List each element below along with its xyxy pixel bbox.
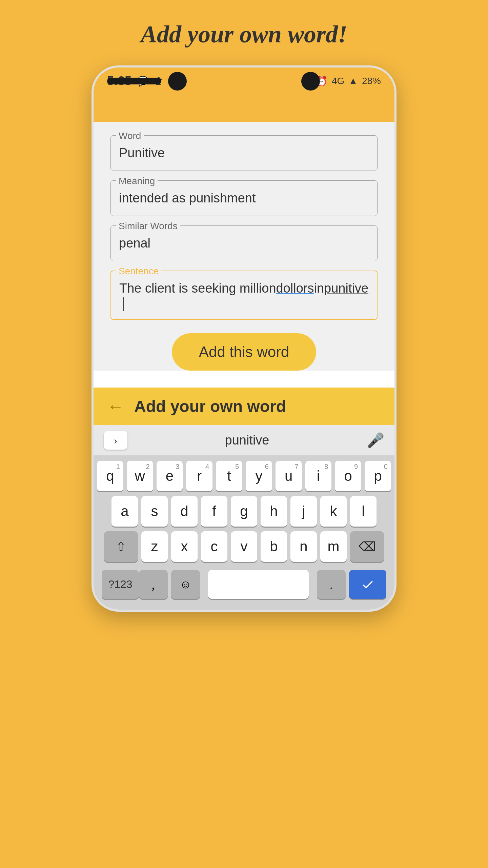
- meaning-field-group: Meaning: [110, 180, 378, 216]
- phone-top-area: 5:35 💬 🗑 ✉ ⏰ 4G ▲ 28%: [94, 67, 394, 122]
- sentence-label: Sentence: [116, 266, 161, 277]
- key-i[interactable]: 8i: [305, 461, 332, 491]
- period-label: .: [330, 577, 333, 592]
- notch-bar: [107, 78, 161, 84]
- app-header: ← Add your own word: [94, 388, 394, 425]
- key-b[interactable]: b: [261, 531, 287, 562]
- key-e[interactable]: 3e: [157, 461, 183, 491]
- symbols-label: ?123: [108, 578, 132, 591]
- keyboard-suggestion-bar: › punitive 🎤: [94, 425, 394, 455]
- key-s[interactable]: s: [141, 496, 168, 527]
- cursor: [120, 297, 124, 311]
- comma-key[interactable]: ,: [139, 570, 168, 599]
- key-q[interactable]: 1q: [97, 461, 123, 491]
- word-input[interactable]: [110, 135, 378, 171]
- enter-key[interactable]: [349, 570, 386, 599]
- sentence-underline2: punitive: [324, 279, 368, 297]
- key-g[interactable]: g: [231, 496, 257, 527]
- front-camera-right: [301, 72, 320, 91]
- keyboard-bottom-row: ?123 , ☺ .: [97, 567, 391, 604]
- key-p[interactable]: 0p: [365, 461, 391, 491]
- space-key[interactable]: [208, 570, 309, 599]
- key-w[interactable]: 2w: [127, 461, 153, 491]
- keyboard: 1q 2w 3e 4r 5t 6y 7u 8i 9o 0p a s d f g …: [94, 455, 394, 610]
- emoji-space-area: ☺ .: [171, 570, 346, 599]
- emoji-key[interactable]: ☺: [171, 570, 200, 599]
- key-f[interactable]: f: [201, 496, 227, 527]
- network-text: 4G: [332, 76, 344, 86]
- meaning-label: Meaning: [116, 176, 158, 186]
- page-title: Add your own word!: [141, 20, 347, 48]
- key-n[interactable]: n: [290, 531, 317, 562]
- battery-text: 28%: [362, 76, 381, 86]
- keyboard-row-3: ⇧ z x c v b n m ⌫: [97, 531, 391, 562]
- phone-frame: 5:35 💬 🗑 ✉ ⏰ 4G ▲ 28% Word Meaning: [92, 65, 396, 612]
- key-x[interactable]: x: [171, 531, 198, 562]
- back-arrow-icon[interactable]: ←: [107, 396, 124, 416]
- sentence-input[interactable]: The client is seeking million dollors in…: [110, 271, 378, 320]
- keyboard-row-2: a s d f g h j k l: [97, 496, 391, 527]
- comma-label: ,: [152, 577, 155, 592]
- key-k[interactable]: k: [320, 496, 347, 527]
- key-c[interactable]: c: [201, 531, 227, 562]
- backspace-key[interactable]: ⌫: [350, 531, 384, 562]
- word-label: Word: [116, 131, 144, 141]
- app-header-title: Add your own word: [134, 397, 286, 416]
- front-camera-left: [168, 72, 187, 91]
- sentence-field-group: Sentence The client is seeking million d…: [110, 271, 378, 320]
- symbols-key[interactable]: ?123: [102, 570, 139, 599]
- keyboard-row-1: 1q 2w 3e 4r 5t 6y 7u 8i 9o 0p: [97, 461, 391, 491]
- arrow-right-icon: ›: [114, 434, 118, 447]
- key-v[interactable]: v: [231, 531, 257, 562]
- key-y[interactable]: 6y: [246, 461, 272, 491]
- word-field-group: Word: [110, 135, 378, 171]
- similar-field-group: Similar Words: [110, 225, 378, 261]
- key-a[interactable]: a: [111, 496, 138, 527]
- keyboard-arrow-button[interactable]: ›: [104, 431, 127, 450]
- key-u[interactable]: 7u: [276, 461, 302, 491]
- signal-icon: ▲: [348, 76, 358, 86]
- microphone-icon[interactable]: 🎤: [367, 432, 384, 449]
- sentence-part1: The client is seeking million: [119, 279, 276, 297]
- sentence-underline1: dollors: [276, 279, 314, 297]
- similar-label: Similar Words: [116, 221, 180, 232]
- sentence-part2: in: [314, 279, 324, 297]
- key-o[interactable]: 9o: [335, 461, 361, 491]
- phone-content: Word Meaning Similar Words Sentence The …: [94, 122, 394, 371]
- key-m[interactable]: m: [320, 531, 347, 562]
- key-z[interactable]: z: [141, 531, 168, 562]
- add-word-button[interactable]: Add this word: [172, 333, 317, 371]
- period-key[interactable]: .: [317, 570, 346, 599]
- key-j[interactable]: j: [290, 496, 317, 527]
- key-r[interactable]: 4r: [186, 461, 212, 491]
- key-l[interactable]: l: [350, 496, 377, 527]
- key-t[interactable]: 5t: [216, 461, 242, 491]
- shift-key[interactable]: ⇧: [104, 531, 138, 562]
- checkmark-icon: [361, 578, 374, 591]
- status-right: ⏰ 4G ▲ 28%: [316, 76, 381, 87]
- key-h[interactable]: h: [261, 496, 287, 527]
- keyboard-suggestion-word[interactable]: punitive: [225, 433, 269, 448]
- key-d[interactable]: d: [171, 496, 198, 527]
- status-bar: 5:35 💬 🗑 ✉ ⏰ 4G ▲ 28%: [94, 67, 394, 95]
